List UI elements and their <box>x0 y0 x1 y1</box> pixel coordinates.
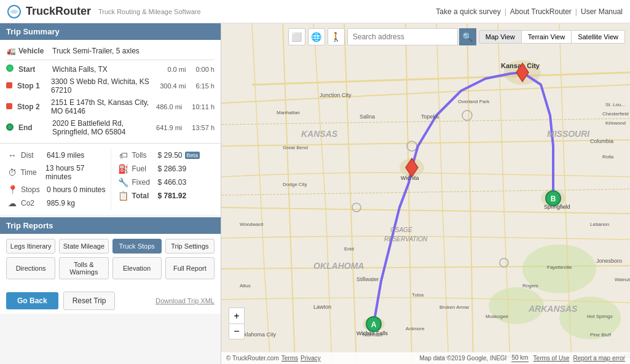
map-area: Kansas City Wichita Springfield Wichita … <box>221 23 630 364</box>
map-copyright: © TruckRouter.com <box>226 355 279 362</box>
elevation-button[interactable]: Elevation <box>112 257 162 279</box>
bottom-buttons: Go Back Reset Trip Download Trip XML <box>0 288 221 314</box>
svg-text:Ardmore: Ardmore <box>406 326 425 331</box>
svg-text:Tulsa: Tulsa <box>412 292 424 298</box>
logo-text: TruckRouter <box>26 5 91 18</box>
zoom-in-button[interactable]: + <box>229 308 245 323</box>
stops-stat: 📍 Stops 0 hours 0 minutes <box>6 183 111 196</box>
satellite-view-button[interactable]: Satellite View <box>572 31 624 43</box>
dist-stat: ↔ Dist 641.9 miles <box>6 149 111 162</box>
header-links: Take a quick survey | About TruckRouter … <box>436 7 623 16</box>
logo-area: TruckRouter Truck Routing & Mileage Soft… <box>7 5 201 18</box>
truck-icon: 🚛 <box>6 47 16 55</box>
end-value: 2020 E Battlefield Rd, Springfield, MO 6… <box>52 119 156 136</box>
map-view-button[interactable]: Map View <box>479 31 522 43</box>
full-report-button[interactable]: Full Report <box>165 257 215 279</box>
pegman-icon-button[interactable]: 🚶 <box>328 28 345 45</box>
co2-icon: ☁ <box>6 198 18 208</box>
vehicle-row: 🚛 Vehicle Truck Semi-Trailer, 5 axles <box>6 45 215 57</box>
svg-text:Enid: Enid <box>344 246 354 252</box>
about-link[interactable]: About TruckRouter <box>510 7 572 16</box>
logo-icon <box>7 5 21 18</box>
truck-stops-button[interactable]: Truck Stops <box>112 239 162 254</box>
co2-value: 985.9 kg <box>47 199 75 207</box>
trip-reports-header: Trip Reports <box>0 217 221 234</box>
map-terms[interactable]: Terms <box>282 355 298 362</box>
zoom-out-button[interactable]: − <box>229 323 245 339</box>
tolls-icon: 🏷 <box>117 150 130 160</box>
layers-icon-button[interactable]: ⬜ <box>288 28 305 45</box>
stats-left: ↔ Dist 641.9 miles ⏱ Time 13 hours 57 mi… <box>6 149 111 210</box>
svg-text:Manhattan: Manhattan <box>277 110 300 115</box>
tolls-value: $ 29.50 <box>158 151 183 160</box>
download-xml-link[interactable]: Download Trip XML <box>156 297 215 304</box>
svg-text:Kirkwood: Kirkwood <box>605 120 626 126</box>
dist-icon: ↔ <box>6 150 18 160</box>
map-footer: © TruckRouter.com Terms Privacy Map data… <box>221 352 630 364</box>
stop1-row: Stop 1 3300 S Webb Rd, Wichita, KS 67210… <box>6 76 215 96</box>
svg-text:Muskogee: Muskogee <box>486 314 508 319</box>
time-icon: ⏱ <box>6 168 18 177</box>
globe-icon-button[interactable]: 🌐 <box>308 28 325 45</box>
total-stat: 📋 Total $ 781.92 <box>117 189 215 203</box>
left-panel: Trip Summary 🚛 Vehicle Truck Semi-Traile… <box>0 23 221 364</box>
survey-link[interactable]: Take a quick survey <box>436 7 500 16</box>
terrain-view-button[interactable]: Terrain View <box>522 31 572 43</box>
reports-grid-row2: Directions Tolls & Warnings Elevation Fu… <box>6 257 215 279</box>
stop1-icon <box>6 82 15 90</box>
svg-text:MISSOURI: MISSOURI <box>547 129 590 139</box>
svg-text:OSAGE: OSAGE <box>390 227 412 233</box>
stop1-label: Stop 1 <box>17 82 51 90</box>
trip-settings-button[interactable]: Trip Settings <box>165 239 215 254</box>
map-scale: 50 km <box>511 354 528 362</box>
total-label: Total <box>132 192 158 200</box>
map-terms-of-use[interactable]: Terms of Use <box>534 355 570 362</box>
svg-text:Wichita: Wichita <box>401 175 419 181</box>
end-label: End <box>18 123 52 132</box>
stop2-row: Stop 2 2151 E 147th St, Kansas City, MO … <box>6 96 215 117</box>
trip-reports-body: Legs Itinerary State Mileage Truck Stops… <box>0 234 221 288</box>
svg-text:St. Lou...: St. Lou... <box>605 102 625 107</box>
manual-link[interactable]: User Manual <box>581 7 623 16</box>
map-privacy[interactable]: Privacy <box>301 355 321 362</box>
reset-trip-button[interactable]: Reset Trip <box>63 292 116 310</box>
fuel-stat: ⛽ Fuel $ 286.39 <box>117 162 215 176</box>
svg-text:Oklahoma City: Oklahoma City <box>240 331 277 338</box>
search-input[interactable] <box>347 28 458 45</box>
legs-itinerary-button[interactable]: Legs Itinerary <box>6 239 55 254</box>
header: TruckRouter Truck Routing & Mileage Soft… <box>0 0 630 23</box>
svg-text:KANSAS: KANSAS <box>301 129 338 139</box>
time-stat: ⏱ Time 13 hours 57 minutes <box>6 162 111 183</box>
trip-summary-body: 🚛 Vehicle Truck Semi-Trailer, 5 axles St… <box>0 40 221 143</box>
stops-label: Stops <box>21 185 47 194</box>
go-back-button[interactable]: Go Back <box>6 292 58 309</box>
svg-text:Rolla: Rolla <box>602 154 614 160</box>
address-search: 🔍 <box>347 28 476 45</box>
svg-text:Overland Park: Overland Park <box>458 99 490 104</box>
svg-text:Great Bend: Great Bend <box>283 145 308 150</box>
main: Trip Summary 🚛 Vehicle Truck Semi-Traile… <box>0 23 630 364</box>
svg-text:OKLAHOMA: OKLAHOMA <box>313 261 364 271</box>
tolls-stat: 🏷 Tolls $ 29.50 Beta <box>117 149 215 162</box>
svg-text:Fayetteville: Fayetteville <box>547 265 572 270</box>
fixed-stat: 🔧 Fixed $ 466.03 <box>117 176 215 189</box>
report-map-error-link[interactable]: Report a map error <box>573 355 625 362</box>
co2-stat: ☁ Co2 985.9 kg <box>6 196 111 210</box>
dist-value: 641.9 miles <box>47 151 84 160</box>
stop1-value: 3300 S Webb Rd, Wichita, KS 67210 <box>51 77 160 95</box>
directions-button[interactable]: Directions <box>6 257 55 279</box>
map-controls-top: ⬜ 🌐 🚶 🔍 Map View Terrain View Satellite … <box>221 28 630 45</box>
divider <box>6 60 215 60</box>
start-value: Wichita Falls, TX <box>52 65 167 74</box>
state-mileage-button[interactable]: State Mileage <box>59 239 108 254</box>
vehicle-label: Vehicle <box>18 47 52 55</box>
trip-summary-header: Trip Summary <box>0 23 221 40</box>
tolls-warnings-button[interactable]: Tolls & Warnings <box>59 257 108 279</box>
svg-text:Norman: Norman <box>363 331 382 338</box>
start-row: Start Wichita Falls, TX 0.0 mi 0:00 h <box>6 63 215 76</box>
search-button[interactable]: 🔍 <box>459 28 476 45</box>
svg-text:Jonesboro: Jonesboro <box>596 258 622 264</box>
svg-text:Walnut Ridge: Walnut Ridge <box>615 277 630 282</box>
fuel-label: Fuel <box>132 165 158 173</box>
svg-text:Pine Bluff: Pine Bluff <box>590 332 612 338</box>
